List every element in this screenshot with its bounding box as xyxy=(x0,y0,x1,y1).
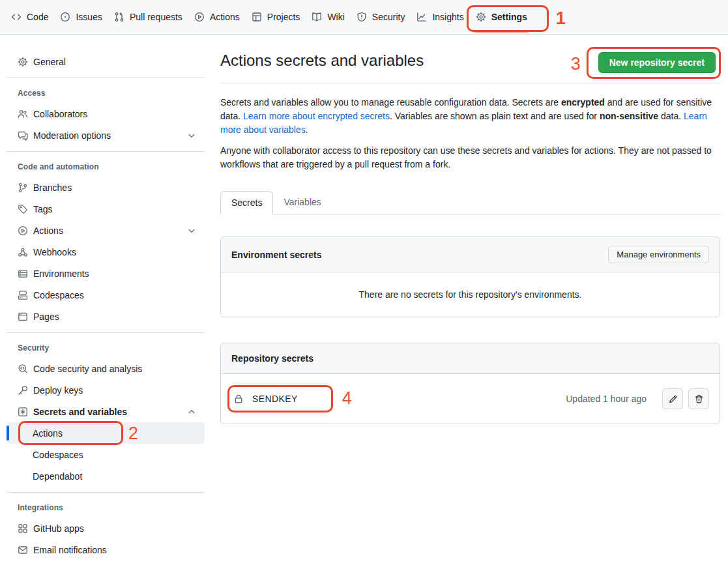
secrets-variables-tabs: Secrets Variables xyxy=(220,191,720,214)
chevron-down-icon xyxy=(186,130,197,141)
updated-timestamp: Updated 1 hour ago xyxy=(566,394,647,404)
sidebar-section-title-integrations: Integrations xyxy=(0,498,210,517)
nav-tab-security[interactable]: Security xyxy=(351,0,411,34)
environment-secrets-panel: Environment secrets Manage environments … xyxy=(220,237,720,317)
edit-secret-button[interactable] xyxy=(662,388,683,409)
nav-tab-label: Code xyxy=(27,12,48,22)
sidebar-item-webhooks[interactable]: Webhooks xyxy=(7,241,205,263)
chevron-up-icon xyxy=(186,407,197,417)
code-icon xyxy=(11,12,22,22)
description-bold-encrypted: encrypted xyxy=(561,97,605,108)
mail-icon xyxy=(18,545,28,555)
description-text: . Variables are shown as plain text and … xyxy=(390,111,600,121)
sidebar-item-codespaces[interactable]: Codespaces xyxy=(7,284,205,306)
sidebar-item-label: Branches xyxy=(33,182,72,193)
sidebar-item-label: Webhooks xyxy=(33,247,76,257)
annotation-number-4: 4 xyxy=(342,390,352,407)
sidebar-item-environments[interactable]: Environments xyxy=(7,263,205,284)
nav-tab-label: Security xyxy=(372,12,405,22)
settings-sidebar: General Access Collaborators Moderation … xyxy=(0,35,210,560)
gear-icon xyxy=(18,57,28,67)
sidebar-divider xyxy=(7,332,205,333)
nav-tab-issues[interactable]: Issues xyxy=(54,0,108,34)
sidebar-item-general[interactable]: General xyxy=(7,51,205,72)
sidebar-item-label: Deploy keys xyxy=(33,385,83,396)
page-title: Actions secrets and variables xyxy=(220,51,424,70)
sidebar-divider xyxy=(7,151,205,152)
sidebar-subitem-label: Dependabot xyxy=(33,471,82,482)
sidebar-item-email-notifications[interactable]: Email notifications xyxy=(7,539,205,560)
nav-tab-wiki[interactable]: Wiki xyxy=(306,0,350,34)
environment-secrets-empty-state: There are no secrets for this repository… xyxy=(221,272,720,317)
server-icon xyxy=(18,268,28,279)
sidebar-item-label: GitHub apps xyxy=(33,523,84,534)
nav-tab-projects[interactable]: Projects xyxy=(246,0,306,34)
git-branch-icon xyxy=(18,182,28,193)
nav-tab-label: Actions xyxy=(210,12,240,22)
tab-secrets[interactable]: Secrets xyxy=(220,191,273,214)
sidebar-item-actions[interactable]: Actions xyxy=(7,220,205,241)
sidebar-item-github-apps[interactable]: GitHub apps xyxy=(7,517,205,539)
nav-tab-insights[interactable]: Insights xyxy=(411,0,469,34)
sidebar-item-branches[interactable]: Branches xyxy=(7,177,205,198)
browser-icon xyxy=(18,311,28,322)
sidebar-item-code-security[interactable]: Code security and analysis xyxy=(7,358,205,379)
nav-tab-code[interactable]: Code xyxy=(5,0,54,34)
sidebar-item-collaborators[interactable]: Collaborators xyxy=(7,103,205,124)
sidebar-subitem-dependabot[interactable]: Dependabot xyxy=(7,465,205,487)
sidebar-item-label: Secrets and variables xyxy=(33,407,127,417)
nav-tab-label: Issues xyxy=(76,12,102,22)
sidebar-item-label: Code security and analysis xyxy=(33,364,142,374)
sidebar-subitem-codespaces[interactable]: Codespaces xyxy=(7,444,205,465)
project-table-icon xyxy=(252,12,262,22)
nav-tab-pull-requests[interactable]: Pull requests xyxy=(108,0,188,34)
manage-environments-button[interactable]: Manage environments xyxy=(608,246,709,263)
annotation-number-2: 2 xyxy=(128,425,138,442)
new-secret-button-wrap: 3 New repository secret xyxy=(598,52,716,73)
description-text: Secrets and variables allow you to manag… xyxy=(220,97,561,108)
nav-tab-label: Projects xyxy=(267,12,300,22)
secret-row: SENDKEY 4 Updated 1 hour ago xyxy=(221,374,720,424)
sidebar-item-label: Email notifications xyxy=(33,545,107,555)
sidebar-item-label: General xyxy=(33,57,66,67)
people-icon xyxy=(18,109,28,119)
settings-layout: General Access Collaborators Moderation … xyxy=(0,35,728,560)
environment-secrets-header: Environment secrets Manage environments xyxy=(221,237,720,272)
description-paragraph: Secrets and variables allow you to manag… xyxy=(220,96,716,137)
secret-row-actions: Updated 1 hour ago xyxy=(566,388,709,409)
sidebar-item-secrets-and-variables[interactable]: Secrets and variables xyxy=(7,401,205,422)
nav-tab-label: Insights xyxy=(432,12,463,22)
sidebar-item-deploy-keys[interactable]: Deploy keys xyxy=(7,379,205,401)
sidebar-item-tags[interactable]: Tags xyxy=(7,198,205,220)
tab-variables[interactable]: Variables xyxy=(273,191,331,214)
sidebar-item-moderation-options[interactable]: Moderation options xyxy=(7,124,205,146)
asterisk-box-icon xyxy=(18,407,28,417)
pencil-icon xyxy=(668,394,678,404)
sidebar-divider xyxy=(7,492,205,493)
gear-icon xyxy=(476,12,486,22)
sidebar-divider xyxy=(7,78,205,78)
sidebar-item-label: Tags xyxy=(33,204,53,214)
nav-tab-label: Settings xyxy=(491,12,527,22)
repository-secrets-panel: Repository secrets SENDKEY 4 Updated 1 h… xyxy=(220,343,720,424)
sidebar-item-pages[interactable]: Pages xyxy=(7,306,205,327)
delete-secret-button[interactable] xyxy=(688,388,709,409)
panel-title: Repository secrets xyxy=(231,353,313,364)
link-encrypted-secrets[interactable]: Learn more about encrypted secrets xyxy=(243,111,390,121)
active-item-indicator xyxy=(7,426,9,441)
sidebar-section-title-security: Security xyxy=(0,338,210,358)
repo-nav: Code Issues Pull requests Actions Projec… xyxy=(0,0,728,35)
new-repository-secret-button[interactable]: New repository secret xyxy=(598,52,716,73)
title-divider xyxy=(220,83,720,83)
nav-tab-settings[interactable]: Settings 1 xyxy=(470,0,533,34)
shield-icon xyxy=(357,12,367,22)
sidebar-item-label: Moderation options xyxy=(33,130,111,141)
main-content: Actions secrets and variables 3 New repo… xyxy=(210,35,728,424)
chevron-down-icon xyxy=(186,225,197,236)
play-icon xyxy=(18,225,28,236)
sidebar-subitem-actions[interactable]: Actions 2 xyxy=(7,422,205,444)
secret-name-group: SENDKEY 4 xyxy=(233,394,298,404)
graph-icon xyxy=(416,12,427,22)
nav-tab-actions[interactable]: Actions xyxy=(188,0,246,34)
sidebar-section-title-code-and-automation: Code and automation xyxy=(0,157,210,177)
